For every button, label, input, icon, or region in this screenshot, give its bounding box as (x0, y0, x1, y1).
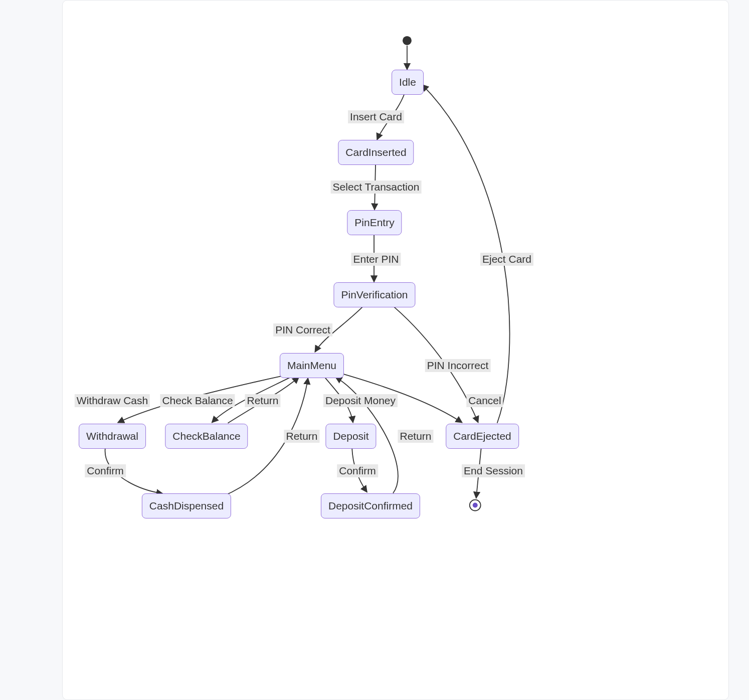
state-label: CardInserted (345, 146, 406, 158)
state-pinverification: PinVerification (333, 282, 415, 307)
edge-label-confirm-withdrawal: Confirm (85, 464, 126, 477)
edge-label-select-transaction: Select Transaction (331, 181, 422, 194)
edge-label-eject-card: Eject Card (480, 253, 533, 266)
state-label: Idle (399, 76, 416, 88)
state-label: PinVerification (341, 289, 408, 301)
state-label: PinEntry (354, 217, 394, 229)
state-label: MainMenu (287, 360, 336, 372)
state-cardejected: CardEjected (446, 424, 519, 449)
edge-label-check-balance: Check Balance (160, 394, 235, 407)
state-diagram: Idle CardInserted PinEntry PinVerificati… (63, 1, 728, 699)
diagram-edges (63, 1, 728, 699)
edge-label-withdraw-cash: Withdraw Cash (75, 394, 150, 407)
state-label: CashDispensed (149, 500, 224, 512)
edge-label-return-checkbalance: Return (245, 394, 280, 407)
edge-label-pin-correct: PIN Correct (273, 323, 332, 336)
state-idle: Idle (392, 70, 424, 95)
state-label: DepositConfirmed (328, 500, 413, 512)
edge-label-end-session: End Session (462, 464, 525, 477)
state-mainmenu: MainMenu (280, 353, 344, 378)
edge-label-return-cashdispensed: Return (284, 430, 319, 443)
edge-label-insert-card: Insert Card (348, 110, 404, 123)
edge-label-pin-incorrect: PIN Incorrect (425, 359, 491, 372)
diagram-card: Idle CardInserted PinEntry PinVerificati… (62, 0, 729, 700)
edge-label-enter-pin: Enter PIN (351, 253, 401, 266)
edge-label-return-depositconfirmed: Return (398, 430, 433, 443)
state-withdrawal: Withdrawal (79, 424, 146, 449)
edge-label-deposit-money: Deposit Money (323, 394, 398, 407)
state-deposit: Deposit (325, 424, 376, 449)
state-cashdispensed: CashDispensed (142, 493, 231, 518)
final-state-dot-icon (473, 503, 478, 508)
state-label: CardEjected (453, 430, 511, 442)
state-depositconfirmed: DepositConfirmed (321, 493, 420, 518)
state-pinentry: PinEntry (347, 210, 402, 235)
initial-state-icon (403, 36, 412, 45)
edge-label-confirm-deposit: Confirm (337, 464, 378, 477)
state-label: Withdrawal (86, 430, 138, 442)
state-checkbalance: CheckBalance (165, 424, 248, 449)
state-label: Deposit (333, 430, 368, 442)
state-label: CheckBalance (172, 430, 240, 442)
state-cardinserted: CardInserted (338, 140, 414, 165)
edge-label-cancel: Cancel (466, 394, 503, 407)
